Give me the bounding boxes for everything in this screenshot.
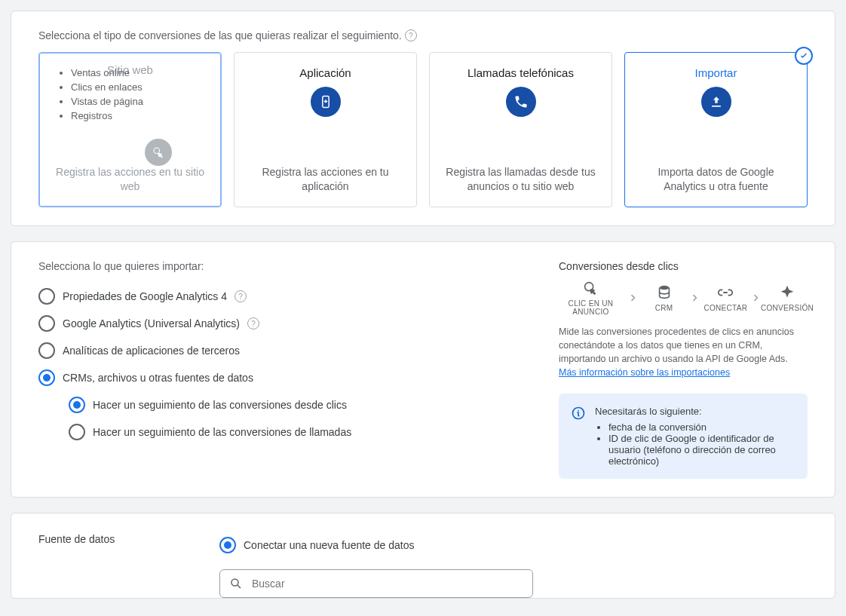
opt-crm-label: CRMs, archivos u otras fuentes de datos: [63, 372, 253, 384]
need-item: fecha de la conversión: [608, 421, 795, 433]
card-website-desc: Registra las acciones en tu sitio web: [50, 165, 210, 195]
upload-icon: [701, 87, 731, 117]
database-icon: [656, 284, 673, 301]
card-website-examples: Ventas online Clics en enlaces Vistas de…: [50, 66, 210, 123]
opt-new-source[interactable]: Conectar una nueva fuente de datos: [219, 532, 533, 559]
info-icon: [571, 406, 586, 467]
opt-ga4-label: Propiedades de Google Analytics 4: [63, 290, 227, 302]
app-icon: [311, 87, 341, 117]
help-icon[interactable]: ?: [234, 290, 247, 302]
opt-ga4[interactable]: Propiedades de Google Analytics 4 ?: [38, 283, 536, 310]
right-title: Conversiones desde clics: [559, 260, 808, 272]
svg-point-0: [154, 148, 160, 154]
sparkle-icon: [779, 284, 795, 301]
type-prompt: Selecciona el tipo de conversiones de la…: [38, 29, 808, 41]
radio-checked: [219, 537, 236, 553]
right-desc: Mide las conversiones procedentes de cli…: [559, 325, 808, 380]
search-input[interactable]: [250, 577, 523, 590]
subopt-calls-label: Hacer un seguimiento de las conversiones…: [93, 426, 351, 438]
needs-heading: Necesitarás lo siguiente:: [595, 406, 795, 417]
opt-ua[interactable]: Google Analytics (Universal Analytics) ?: [38, 310, 536, 337]
opt-thirdparty-label: Analíticas de aplicaciones de terceros: [63, 345, 240, 357]
card-import-title: Importar: [695, 66, 737, 79]
help-icon[interactable]: ?: [247, 317, 259, 329]
import-options-panel: Selecciona lo que quieres importar: Prop…: [11, 241, 835, 498]
card-app[interactable]: Aplicación Registra las acciones en tu a…: [234, 52, 417, 207]
card-import-desc: Importa datos de Google Analytics u otra…: [636, 165, 796, 195]
help-icon[interactable]: ?: [405, 29, 417, 41]
subopt-clicks[interactable]: Hacer un seguimiento de las conversiones…: [69, 391, 536, 418]
type-prompt-text: Selecciona el tipo de conversiones de la…: [38, 29, 402, 41]
opt-new-source-label: Conectar una nueva fuente de datos: [244, 539, 415, 551]
phone-icon: [506, 87, 536, 117]
svg-point-3: [659, 285, 669, 290]
datasource-label: Fuente de datos: [38, 532, 197, 545]
card-website[interactable]: Sitio web Ventas online Clics en enlaces…: [38, 52, 222, 207]
conversion-flow: CLIC EN UN ANUNCIO CRM CONECTAR CONVERSI…: [559, 280, 808, 316]
cursor-click-icon: [145, 139, 172, 166]
card-phone[interactable]: Llamadas telefónicas Registra las llamad…: [429, 52, 612, 207]
radio-unchecked: [38, 288, 55, 305]
radio-checked: [69, 397, 85, 413]
card-import[interactable]: Importar Importa datos de Google Analyti…: [624, 52, 808, 207]
more-info-link[interactable]: Más información sobre las importaciones: [559, 367, 730, 378]
requirements-box: Necesitarás lo siguiente: fecha de la co…: [559, 394, 808, 479]
subopt-clicks-label: Hacer un seguimiento de las conversiones…: [93, 399, 347, 411]
card-phone-title: Llamadas telefónicas: [467, 66, 574, 79]
chevron-right-icon: [753, 293, 759, 303]
chevron-right-icon: [692, 293, 698, 303]
opt-ua-label: Google Analytics (Universal Analytics): [63, 317, 240, 329]
radio-checked: [38, 369, 55, 386]
search-icon: [229, 577, 243, 590]
import-heading: Selecciona lo que quieres importar:: [38, 260, 536, 272]
opt-thirdparty[interactable]: Analíticas de aplicaciones de terceros: [38, 337, 536, 364]
search-box[interactable]: [219, 569, 533, 598]
card-phone-desc: Registra las llamadas desde tus anuncios…: [440, 165, 601, 195]
check-icon: [795, 47, 813, 65]
card-app-title: Aplicación: [299, 66, 351, 79]
chevron-right-icon: [630, 293, 636, 303]
conversion-type-panel: Selecciona el tipo de conversiones de la…: [11, 11, 835, 226]
radio-unchecked: [38, 315, 55, 332]
opt-crm[interactable]: CRMs, archivos u otras fuentes de datos: [38, 364, 536, 391]
svg-point-5: [231, 579, 238, 586]
radio-unchecked: [69, 424, 85, 440]
link-icon: [717, 284, 734, 301]
subopt-calls[interactable]: Hacer un seguimiento de las conversiones…: [69, 418, 536, 446]
card-app-desc: Registra las acciones en tu aplicación: [245, 165, 406, 195]
radio-unchecked: [38, 342, 55, 359]
need-item: ID de clic de Google o identificador de …: [608, 433, 795, 467]
ad-click-icon: [582, 280, 599, 296]
data-source-panel: Fuente de datos Conectar una nueva fuent…: [11, 513, 835, 599]
